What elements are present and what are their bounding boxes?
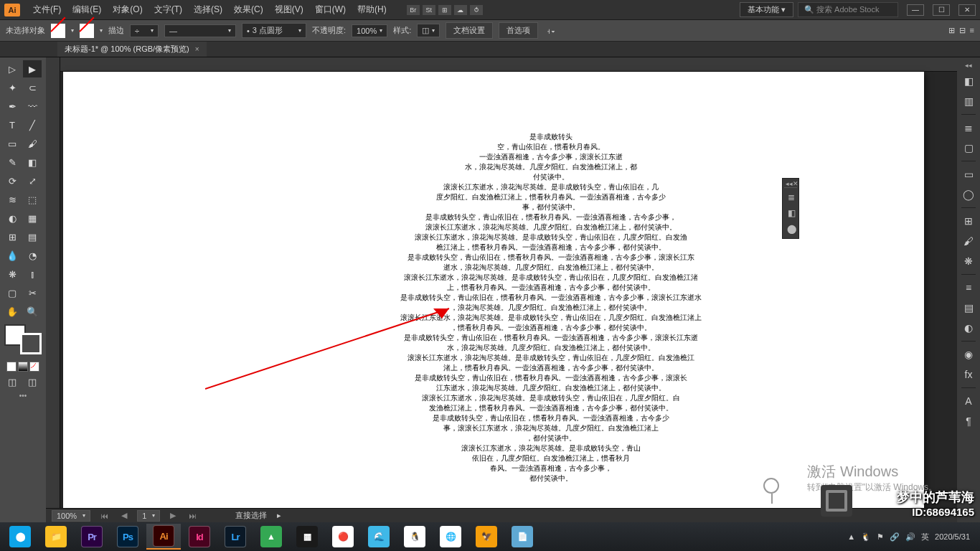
topicon[interactable]: Br [407,5,420,15]
rectangle-tool[interactable]: ▭ [3,135,22,152]
taskbar-app5[interactable]: 🦅 [469,524,504,550]
panel-symbols-icon[interactable]: ❋ [959,252,978,270]
menu-文字(T)[interactable]: 文字(T) [149,4,188,16]
menu-选择(S)[interactable]: 选择(S) [188,4,228,16]
close-tab-icon[interactable]: × [195,45,199,53]
taskbar-explorer[interactable]: 📁 [39,524,73,550]
tray-volume-icon[interactable]: 🔊 [905,532,915,542]
type-tool[interactable]: T [3,116,22,133]
panel-rect-icon[interactable]: ▭ [959,165,978,184]
area-type-text[interactable]: 是非成败转头空，青山依旧在，惯看秋月春风。一壶浊酒喜相逢，古今多少事，滚滚长江东… [379,132,723,484]
taskbar-app1[interactable]: ▲ [254,524,288,550]
stock-search[interactable]: 🔍 搜索 Adobe Stock [798,2,898,17]
prev-page-icon[interactable]: ◀ [118,511,130,520]
pen-tool[interactable]: ✒ [3,98,22,115]
blend-tool[interactable]: ◔ [23,247,42,264]
fp-color-icon[interactable]: ⬤ [784,221,798,237]
minimize-button[interactable]: — [907,4,924,16]
panel-brushes-icon[interactable]: 🖌 [959,232,978,250]
color-mode[interactable]: ⟋ [3,362,43,372]
fill-stroke-indicator[interactable] [4,324,42,354]
selection-tool[interactable]: ▷ [3,60,22,77]
shape-builder-tool[interactable]: ◐ [3,209,22,227]
magic-wand-tool[interactable]: ✦ [3,79,22,96]
prefs-button[interactable]: 首选项 [499,22,538,39]
tray-network-icon[interactable]: 🔗 [890,532,900,542]
taskbar-app6[interactable]: 📄 [505,524,540,550]
maximize-button[interactable]: ☐ [933,4,950,16]
menu-编辑(E)[interactable]: 编辑(E) [67,4,107,16]
menu-窗口(W)[interactable]: 窗口(W) [309,4,352,16]
shaper-tool[interactable]: ✎ [3,154,22,171]
direct-selection-tool[interactable]: ▶ [23,60,42,77]
stroke-profile-dropdown[interactable]: — [164,24,236,37]
taskbar-app2[interactable]: ▦ [290,524,324,550]
symbol-sprayer-tool[interactable]: ❋ [3,265,22,283]
paintbrush-tool[interactable]: 🖌 [23,135,42,152]
edit-toolbar[interactable]: ••• [3,392,43,400]
taskbar-illustrator[interactable]: Ai [146,524,181,550]
taskbar-premiere[interactable]: Pr [75,524,109,550]
panel-char-icon[interactable]: A [959,392,978,410]
menu-帮助(H)[interactable]: 帮助(H) [352,4,392,16]
artboard-tool[interactable]: ▢ [3,284,22,301]
doc-setup-button[interactable]: 文档设置 [446,22,493,39]
stroke-weight-dropdown[interactable]: ÷ [130,24,159,37]
collapse-dock[interactable]: ◂◂ [963,60,974,70]
lasso-tool[interactable]: ⊂ [23,79,42,96]
fp-align-icon[interactable]: ◧ [784,205,798,221]
panel-lib-icon[interactable]: ▥ [959,92,978,110]
brush-dropdown[interactable]: • 3 点圆形 [242,23,306,38]
scale-tool[interactable]: ⤢ [23,172,42,189]
zoom-tool[interactable]: 🔍 [23,303,42,320]
rotate-tool[interactable]: ⟳ [3,172,22,189]
taskbar-indesign[interactable]: Id [182,524,217,550]
panel-layers-icon[interactable]: ≣ [959,118,978,137]
artboard-nav-dropdown[interactable]: 1 [137,510,160,522]
topicon[interactable]: ⊞ [438,5,451,15]
topicon[interactable]: ☁ [454,5,467,15]
panel-para-icon[interactable]: ¶ [959,412,978,430]
stroke-swatch[interactable] [80,24,94,38]
taskbar-lightroom[interactable]: Lr [218,524,253,550]
panel-artboards-icon[interactable]: ▢ [959,138,978,157]
taskbar-photoshop[interactable]: Ps [110,524,145,550]
arrange-icon[interactable]: ⊞ [948,26,955,35]
free-transform-tool[interactable]: ⬚ [23,191,42,208]
next-page-icon[interactable]: ▶ [167,511,179,520]
taskbar-app3[interactable]: 🔴 [326,524,360,550]
first-page-icon[interactable]: ⏮ [98,512,111,520]
panel-swatches-icon[interactable]: ⊞ [959,212,978,230]
menu-效果(C)[interactable]: 效果(C) [228,4,269,16]
menu-icon[interactable]: ≡ [970,26,974,35]
floating-panel[interactable]: ◂◂✕ ≣ ◧ ⬤ [782,178,799,239]
mesh-tool[interactable]: ⊞ [3,228,22,245]
taskbar-browser[interactable]: ⬤ [3,524,37,550]
style-dropdown[interactable]: ◫ [417,24,440,37]
menu-视图(V)[interactable]: 视图(V) [269,4,309,16]
line-tool[interactable]: ╱ [23,116,42,133]
panel-graphic-icon[interactable]: fx [959,365,978,384]
clock[interactable]: 2020/5/31 [935,532,970,541]
panel-stroke-icon[interactable]: ≡ [959,278,978,297]
align-button[interactable]: ⫞▾ [547,27,555,35]
fp-text-icon[interactable]: ≣ [784,189,798,205]
slice-tool[interactable]: ✂ [23,284,42,301]
zoom-dropdown[interactable]: 100% [52,510,90,522]
gradient-tool[interactable]: ▤ [23,228,42,245]
topicon[interactable]: ⥀ [470,5,483,15]
last-page-icon[interactable]: ⏭ [186,512,199,520]
menu-文件(F)[interactable]: 文件(F) [27,4,67,16]
close-button[interactable]: ✕ [958,4,976,16]
workspace-dropdown[interactable]: 基本功能 ▾ [740,2,793,17]
tray-ime-icon[interactable]: 英 [921,532,929,542]
eyedropper-tool[interactable]: 💧 [3,247,22,264]
fill-swatch[interactable] [51,24,65,38]
arrange2-icon[interactable]: ⊟ [959,26,966,35]
width-tool[interactable]: ≋ [3,191,22,208]
panel-prop-icon[interactable]: ◧ [959,72,978,90]
screen-mode[interactable]: ◫ [23,373,42,390]
curvature-tool[interactable]: 〰 [23,98,42,115]
panel-grad-icon[interactable]: ▤ [959,298,978,317]
hand-tool[interactable]: ✋ [3,303,22,320]
